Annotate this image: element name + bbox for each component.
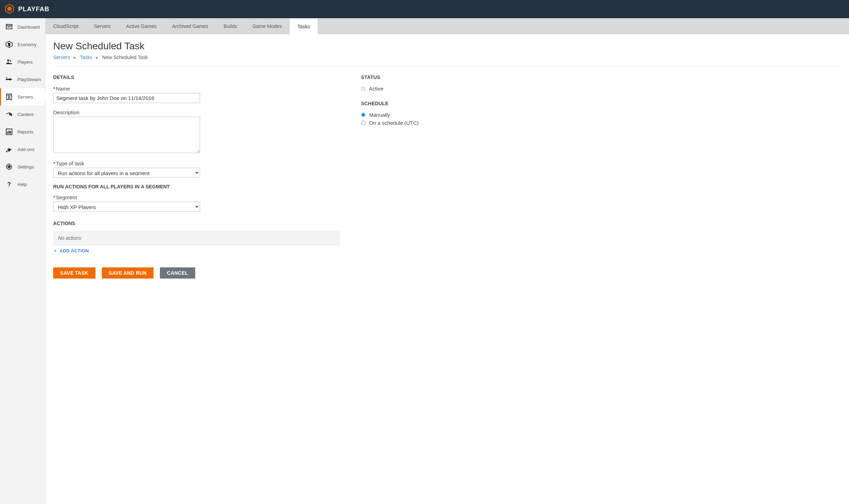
svg-rect-20 [6, 151, 8, 152]
sidebar-item-playstream[interactable]: PlayStream [0, 71, 45, 88]
tab-builds[interactable]: Builds [216, 18, 245, 34]
help-icon: ? [5, 180, 13, 188]
schedule-option-label: On a schedule (UTC) [369, 120, 419, 126]
active-checkbox[interactable] [361, 86, 366, 91]
tab-label: CloudScript [53, 23, 78, 29]
page-title: New Scheduled Task [53, 41, 841, 52]
name-input[interactable] [53, 93, 200, 103]
segment-label: *Segment [53, 194, 340, 200]
actions-empty-message: No actions [53, 231, 340, 245]
players-icon [5, 58, 13, 66]
sidebar: Dashboard $ Economy Players PlayStream S… [0, 18, 45, 504]
svg-point-8 [10, 60, 11, 62]
sidebar-item-label: Dashboard [17, 24, 40, 30]
task-type-label: *Type of task [53, 160, 340, 166]
svg-marker-1 [7, 6, 12, 11]
tab-servers[interactable]: Servers [86, 18, 118, 34]
svg-point-7 [7, 60, 9, 62]
main: CloudScript Servers Active Games Archive… [45, 18, 849, 504]
reports-icon [5, 128, 13, 136]
chevron-right-icon: ▶ [73, 56, 76, 59]
tab-archived-games[interactable]: Archived Games [164, 18, 216, 34]
gear-icon [5, 163, 13, 171]
sidebar-item-addons[interactable]: Add-ons [0, 141, 45, 158]
svg-rect-19 [10, 131, 11, 134]
cancel-button[interactable]: CANCEL [160, 267, 195, 279]
tab-cloudscript[interactable]: CloudScript [45, 18, 86, 34]
tab-label: Archived Games [172, 23, 208, 29]
content-icon [5, 110, 13, 118]
status-heading: STATUS [361, 74, 452, 80]
tab-tasks[interactable]: Tasks [289, 18, 318, 34]
tab-label: Tasks [297, 24, 310, 29]
sidebar-item-label: Help [17, 182, 27, 187]
svg-rect-9 [6, 79, 10, 80]
schedule-manually-radio[interactable] [361, 113, 366, 117]
playstream-icon [5, 75, 13, 83]
breadcrumb: Servers ▶ Tasks ▶ New Scheduled Task [53, 55, 841, 67]
run-actions-subheading: RUN ACTIONS FOR ALL PLAYERS IN A SEGMENT [53, 184, 340, 189]
save-task-button[interactable]: SAVE TASK [53, 267, 95, 279]
sidebar-item-label: PlayStream [17, 77, 41, 82]
playfab-hex-icon [4, 3, 15, 15]
tabs: CloudScript Servers Active Games Archive… [45, 18, 849, 34]
tab-label: Game Modes [252, 23, 282, 29]
svg-point-21 [8, 166, 10, 168]
add-action-label: ADD ACTION [59, 248, 89, 253]
sidebar-item-content[interactable]: Content [0, 106, 45, 123]
plus-icon: + [54, 248, 57, 253]
chevron-right-icon: ▶ [96, 56, 99, 59]
add-action-button[interactable]: + ADD ACTION [53, 245, 340, 253]
segment-select[interactable]: High XP Players [53, 202, 200, 211]
name-label: *Name [53, 86, 340, 92]
sidebar-item-dashboard[interactable]: Dashboard [0, 18, 45, 36]
tab-label: Servers [94, 23, 111, 29]
svg-rect-18 [9, 130, 10, 134]
sidebar-item-label: Economy [17, 42, 36, 47]
svg-rect-12 [7, 94, 9, 100]
sidebar-item-label: Servers [17, 94, 33, 100]
schedule-option-label: Manually [369, 112, 390, 118]
actions-heading: ACTIONS [53, 221, 340, 226]
sidebar-item-label: Settings [17, 164, 34, 170]
tab-label: Builds [224, 23, 237, 29]
details-heading: DETAILS [53, 74, 340, 80]
svg-rect-13 [10, 94, 12, 100]
sidebar-item-label: Reports [17, 129, 34, 135]
svg-rect-17 [7, 132, 8, 134]
servers-icon [5, 93, 13, 101]
sidebar-item-settings[interactable]: Settings [0, 158, 45, 175]
sidebar-item-servers[interactable]: Servers [0, 88, 45, 106]
brand-name: PLAYFAB [18, 6, 49, 13]
sidebar-item-label: Add-ons [17, 147, 34, 152]
breadcrumb-current: New Scheduled Task [102, 55, 148, 60]
schedule-heading: SCHEDULE [361, 101, 452, 106]
breadcrumb-link-tasks[interactable]: Tasks [80, 55, 92, 60]
sidebar-item-economy[interactable]: $ Economy [0, 36, 45, 53]
breadcrumb-link-servers[interactable]: Servers [53, 55, 70, 60]
active-label: Active [369, 86, 383, 92]
sidebar-item-label: Players [17, 59, 33, 65]
save-and-run-button[interactable]: SAVE AND RUN [102, 267, 154, 279]
sidebar-item-label: Content [17, 112, 34, 117]
dashboard-icon [5, 23, 13, 31]
sidebar-item-players[interactable]: Players [0, 53, 45, 71]
sidebar-item-reports[interactable]: Reports [0, 123, 45, 141]
svg-marker-10 [10, 78, 12, 80]
addons-icon [5, 145, 13, 153]
svg-text:?: ? [7, 181, 11, 187]
tab-game-modes[interactable]: Game Modes [245, 18, 289, 34]
tab-label: Active Games [126, 23, 157, 29]
sidebar-item-help[interactable]: ? Help [0, 175, 45, 193]
description-textarea[interactable] [53, 117, 200, 153]
svg-text:$: $ [8, 43, 10, 46]
brand-logo[interactable]: PLAYFAB [4, 3, 49, 15]
svg-rect-11 [6, 78, 7, 78]
topbar: PLAYFAB [0, 0, 849, 18]
schedule-utc-radio[interactable] [361, 121, 366, 125]
svg-rect-2 [6, 24, 12, 29]
description-label: Description [53, 109, 340, 115]
task-type-select[interactable]: Run actions for all players in a segment [53, 168, 200, 178]
economy-icon: $ [5, 41, 13, 48]
tab-active-games[interactable]: Active Games [119, 18, 164, 34]
